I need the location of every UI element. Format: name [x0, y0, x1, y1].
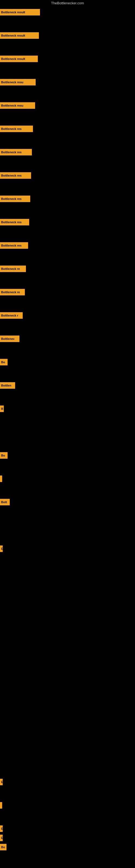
bar-item: B — [0, 403, 135, 415]
bar-item: Bottleneck res — [0, 123, 135, 135]
bar-label: B — [0, 407, 4, 411]
bar-item: Bottleneck re — [0, 286, 135, 298]
bar-item: E — [0, 543, 135, 555]
bar-label: Bottlenec — [0, 337, 16, 341]
bar-label: Bottleneck r — [0, 313, 19, 318]
bar-fill — [0, 475, 2, 482]
bar-item: Bottleneck res — [0, 240, 135, 251]
bar-label: Bottleneck resu — [0, 80, 25, 84]
bar-item: Bottleneck res — [0, 216, 135, 228]
bar-item: Bottleneck resu — [0, 76, 135, 88]
bar-item — [0, 799, 135, 811]
bar-label: Bo — [0, 845, 6, 849]
bar-label: Bottleneck res — [0, 127, 23, 131]
bar-item — [0, 473, 135, 485]
bar-item: Bottleneck res — [0, 146, 135, 158]
bar-item: Bott — [0, 496, 135, 508]
bar-item: E — [0, 776, 135, 788]
bar-label: E — [0, 836, 3, 840]
site-title: TheBottlenecker.com — [0, 0, 135, 6]
bar-item: Bottleneck result — [0, 53, 135, 65]
bar-item: Bottleneck resu — [0, 99, 135, 112]
bar-label: Bottleneck res — [0, 243, 23, 248]
bar-label: Bottleneck res — [0, 220, 23, 224]
bar-label: Bo — [0, 360, 6, 364]
bar-item: Bottleneck result — [0, 30, 135, 41]
bar-item: Bottlen — [0, 379, 135, 392]
bar-label: E — [0, 780, 3, 784]
bar-item: Bottlenec — [0, 333, 135, 345]
bar-label: Bottleneck re — [0, 267, 21, 271]
bar-label: Bottleneck res — [0, 150, 23, 154]
bar-item: Bottleneck res — [0, 193, 135, 205]
bar-item: Bottleneck res — [0, 169, 135, 182]
bar-label: Bottleneck re — [0, 290, 21, 294]
bar-item: Bo — [0, 450, 135, 461]
bar-label: Bottleneck res — [0, 197, 23, 201]
bar-label: E — [0, 827, 3, 831]
bar-label: Bottleneck res — [0, 173, 23, 178]
bar-label: E — [0, 547, 3, 551]
bars-container: Bottleneck resultBottleneck resultBottle… — [0, 6, 135, 868]
bar-label: Bo — [0, 453, 6, 458]
bar-label: Bottlen — [0, 383, 12, 388]
bar-fill — [0, 802, 2, 809]
bar-item: Bottleneck r — [0, 310, 135, 321]
bar-label: Bottleneck result — [0, 33, 26, 38]
bar-label: Bottleneck result — [0, 57, 26, 61]
bar-item: Bottleneck result — [0, 6, 135, 18]
bar-item: Bo — [0, 841, 135, 853]
bar-label: Bott — [0, 500, 8, 504]
bar-label: Bottleneck result — [0, 10, 26, 14]
bar-item: Bo — [0, 356, 135, 368]
bar-item: Bottleneck re — [0, 263, 135, 275]
bar-label: Bottleneck resu — [0, 103, 25, 108]
